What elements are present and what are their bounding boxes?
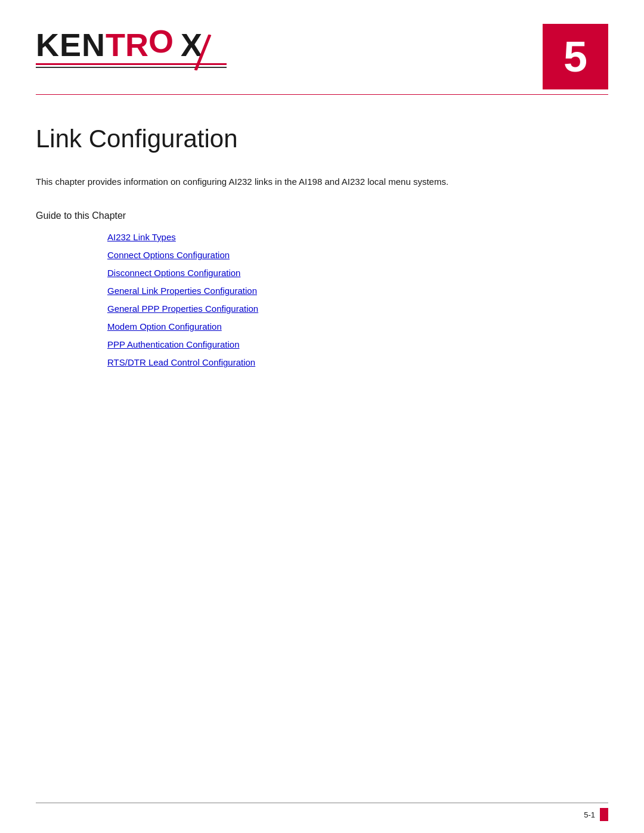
toc-link-general-link-properties[interactable]: General Link Properties Configuration (107, 286, 257, 296)
main-content: Link Configuration This chapter provides… (0, 95, 644, 411)
page-marker-icon (600, 808, 608, 821)
list-item: Connect Options Configuration (107, 250, 608, 261)
toc-link-connect-options[interactable]: Connect Options Configuration (107, 250, 230, 260)
page-title: Link Configuration (36, 125, 608, 153)
logo-slash-icon (193, 35, 215, 73)
logo-text-ken: KEN (36, 29, 106, 61)
toc-link-ppp-auth[interactable]: PPP Authentication Configuration (107, 339, 240, 349)
list-item: RTS/DTR Lead Control Configuration (107, 357, 608, 368)
chapter-number: 5 (564, 32, 587, 81)
list-item: PPP Authentication Configuration (107, 339, 608, 350)
logo-o-icon: O (148, 24, 181, 56)
guide-to-chapter-heading: Guide to this Chapter (36, 210, 608, 221)
page-number: 5-1 (584, 810, 595, 819)
footer-divider (36, 803, 608, 803)
list-item: General PPP Properties Configuration (107, 304, 608, 314)
toc-link-disconnect-options[interactable]: Disconnect Options Configuration (107, 268, 240, 278)
list-item: AI232 Link Types (107, 232, 608, 243)
logo-decoration (36, 63, 227, 68)
svg-line-1 (196, 35, 210, 70)
footer-content: 5-1 (36, 808, 608, 821)
list-item: General Link Properties Configuration (107, 286, 608, 296)
page-footer: 5-1 (0, 803, 644, 833)
chapter-badge: 5 (543, 24, 608, 89)
toc-link-ai232-link-types[interactable]: AI232 Link Types (107, 232, 176, 242)
page-header: KENTROX 5 (0, 0, 644, 89)
toc-link-rts-dtr[interactable]: RTS/DTR Lead Control Configuration (107, 357, 255, 367)
logo-text-tr: TR (106, 29, 148, 61)
list-item: Modem Option Configuration (107, 321, 608, 332)
table-of-contents: AI232 Link Types Connect Options Configu… (36, 232, 608, 368)
company-logo: KENTROX (36, 24, 227, 68)
toc-link-general-ppp-properties[interactable]: General PPP Properties Configuration (107, 304, 258, 314)
toc-link-modem-option[interactable]: Modem Option Configuration (107, 321, 222, 332)
intro-paragraph: This chapter provides information on con… (36, 175, 525, 189)
svg-text:O: O (148, 24, 174, 56)
list-item: Disconnect Options Configuration (107, 268, 608, 278)
